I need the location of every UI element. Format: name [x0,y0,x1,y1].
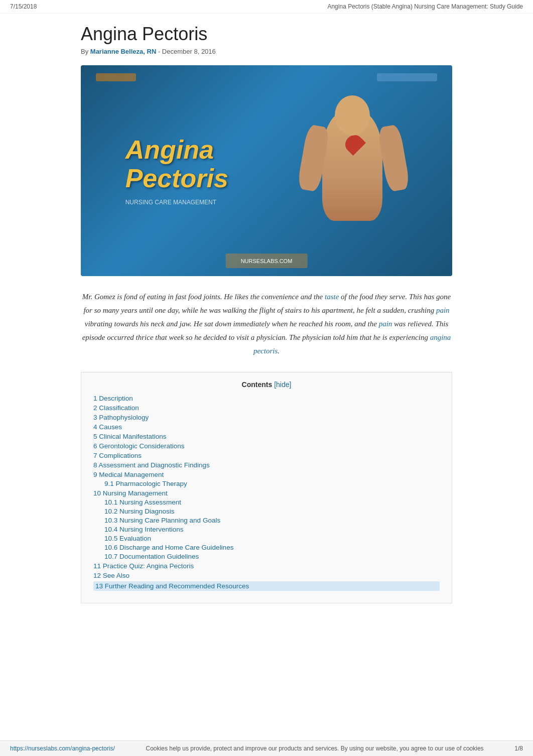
hero-bottom-text: NURSESLABS.COM [241,258,293,264]
contents-box: Contents [hide] 1 Description 2 Classifi… [81,372,452,603]
intro-link-taste[interactable]: taste [325,293,339,301]
body-head [335,95,370,136]
page-title: Angina Pectoris [81,24,452,45]
toc-link-4[interactable]: 4 Causes [93,423,122,431]
toc-item-9: 9 Medical Management 9.1 Pharmacologic T… [93,471,440,487]
hero-inner: Angina Pectoris NURSING CARE MANAGEMENT [81,65,452,276]
toc-link-5[interactable]: 5 Clinical Manifestations [93,433,167,440]
toc-item-10-4: 10.4 Nursing Interventions [104,526,440,533]
toc-link-10-7[interactable]: 10.7 Documentation Guidelines [104,553,199,560]
toc-sublist-10: 10.1 Nursing Assessment 10.2 Nursing Dia… [93,498,440,560]
toc-link-10-5[interactable]: 10.5 Evaluation [104,535,151,542]
toc-item-12: 12 See Also [93,572,440,579]
toc-link-10-6[interactable]: 10.6 Discharge and Home Care Guidelines [104,544,233,551]
toc-link-1[interactable]: 1 Description [93,395,133,402]
toc-item-10-6: 10.6 Discharge and Home Care Guidelines [104,544,440,551]
hero-image: Angina Pectoris NURSING CARE MANAGEMENT [81,65,452,276]
toc-item-2: 2 Classification [93,404,440,412]
toc-item-8: 8 Assessment and Diagnostic Findings [93,461,440,469]
toc-item-10-1: 10.1 Nursing Assessment [104,498,440,506]
top-bar-title: Angina Pectoris (Stable Angina) Nursing … [327,3,523,10]
toc-item-7: 7 Complications [93,452,440,459]
toc-sublist-9: 9.1 Pharmacologic Therapy [93,480,440,487]
toc-item-11: 11 Practice Quiz: Angina Pectoris [93,562,440,570]
toc-link-2[interactable]: 2 Classification [93,404,139,412]
byline-date: - December 8, 2016 [156,48,216,55]
top-bar-date: 7/15/2018 [10,3,37,10]
hero-banner-left [96,73,136,81]
contents-list: 1 Description 2 Classification 3 Pathoph… [93,395,440,591]
toc-item-5: 5 Clinical Manifestations [93,433,440,440]
toc-link-10[interactable]: 10 Nursing Management [93,489,168,497]
toc-link-3[interactable]: 3 Pathophysiology [93,414,149,421]
toc-item-1: 1 Description [93,395,440,402]
main-content: Angina Pectoris By Marianne Belleza, RN … [71,14,462,644]
toc-link-9-1[interactable]: 9.1 Pharmacologic Therapy [104,480,187,487]
toc-link-10-3[interactable]: 10.3 Nursing Care Planning and Goals [104,517,220,524]
toc-link-10-2[interactable]: 10.2 Nursing Diagnosis [104,508,175,515]
toc-item-10-5: 10.5 Evaluation [104,535,440,542]
toc-link-6[interactable]: 6 Gerontologic Considerations [93,442,185,450]
hero-banner-right [377,73,437,81]
intro-text5: . [278,347,280,355]
hero-bottom-banner: NURSESLABS.COM [226,254,308,268]
toc-item-9-1: 9.1 Pharmacologic Therapy [104,480,440,487]
hero-title: Angina Pectoris [125,136,228,193]
toc-item-10-2: 10.2 Nursing Diagnosis [104,508,440,515]
hero-subtitle: NURSING CARE MANAGEMENT [125,199,216,206]
contents-hide-link[interactable]: [hide] [274,381,291,389]
contents-title: Contents [242,381,273,389]
intro-text1: Mr. Gomez is fond of eating in fast food… [82,293,325,301]
toc-link-10-1[interactable]: 10.1 Nursing Assessment [104,498,181,506]
hero-top-banner [81,73,452,81]
intro-text3: vibrating towards his neck and jaw. He s… [85,320,379,328]
toc-link-8[interactable]: 8 Assessment and Diagnostic Findings [93,461,210,469]
intro-link-pain2[interactable]: pain [379,320,392,328]
toc-link-11[interactable]: 11 Practice Quiz: Angina Pectoris [93,562,194,570]
contents-header: Contents [hide] [93,381,440,389]
toc-link-13[interactable]: 13 Further Reading and Recommended Resou… [95,582,249,590]
toc-link-7[interactable]: 7 Complications [93,452,142,459]
hero-body-figure [297,95,408,246]
toc-item-10-7: 10.7 Documentation Guidelines [104,553,440,560]
toc-item-10: 10 Nursing Management 10.1 Nursing Asses… [93,489,440,560]
author-link[interactable]: Marianne Belleza, RN [90,48,157,55]
toc-item-4: 4 Causes [93,423,440,431]
hero-text-block: Angina Pectoris NURSING CARE MANAGEMENT [125,136,228,206]
toc-item-10-3: 10.3 Nursing Care Planning and Goals [104,517,440,524]
intro-link-pain1[interactable]: pain [436,306,450,314]
toc-link-10-4[interactable]: 10.4 Nursing Interventions [104,526,184,533]
toc-link-12[interactable]: 12 See Also [93,572,129,579]
toc-link-9[interactable]: 9 Medical Management [93,471,164,478]
top-bar: 7/15/2018 Angina Pectoris (Stable Angina… [0,0,533,14]
toc-item-6: 6 Gerontologic Considerations [93,442,440,450]
byline-prefix: By [81,48,90,55]
intro-paragraph: Mr. Gomez is fond of eating in fast food… [81,290,452,358]
toc-item-3: 3 Pathophysiology [93,414,440,421]
byline: By Marianne Belleza, RN - December 8, 20… [81,48,452,55]
toc-item-13: 13 Further Reading and Recommended Resou… [93,581,440,591]
